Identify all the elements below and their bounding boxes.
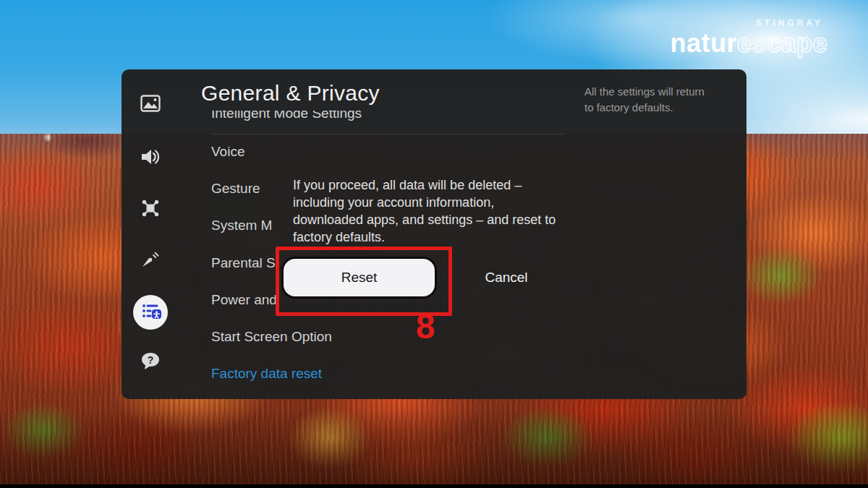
picture-icon xyxy=(140,95,161,112)
broadcasting-icon xyxy=(140,249,161,271)
menu-item-label: Power and xyxy=(211,292,277,307)
sound-icon xyxy=(140,147,161,167)
wordmark-outline: escape xyxy=(737,28,827,58)
cancel-button[interactable]: Cancel xyxy=(463,259,550,296)
menu-item-parental-settings[interactable]: Parental S xyxy=(211,255,276,271)
connection-icon xyxy=(140,198,161,218)
tv-screen: STINGRAY naturescape General & Privacy A… xyxy=(0,0,868,488)
menu-item-label: Start Screen Option xyxy=(211,329,332,344)
menu-item-start-screen-option[interactable]: Start Screen Option xyxy=(211,329,332,345)
sidebar-item-sound[interactable] xyxy=(140,147,161,167)
stingray-brand-text: STINGRAY xyxy=(670,19,823,27)
menu-item-label: Parental S xyxy=(211,255,276,270)
wordmark-solid: natur xyxy=(670,28,737,58)
hint-text: All the settings will return to factory … xyxy=(584,84,740,116)
menu-item-label: System M xyxy=(211,218,272,233)
svg-text:?: ? xyxy=(148,354,154,366)
menu-item-label: Voice xyxy=(211,144,244,159)
naturescape-wordmark: naturescape xyxy=(670,30,827,56)
menu-item-voice[interactable]: Voice xyxy=(211,144,244,160)
menu-item-gesture[interactable]: Gesture xyxy=(211,181,260,197)
page-title: General & Privacy xyxy=(201,81,380,106)
menu-item-factory-data-reset[interactable]: Factory data reset xyxy=(211,366,322,382)
menu-item-label: Gesture xyxy=(211,181,260,196)
support-icon: ? xyxy=(140,351,161,372)
sidebar-item-broadcasting[interactable] xyxy=(140,249,161,271)
menu-item-intelligent-mode[interactable]: Intelligent Mode Settings Off xyxy=(211,106,362,121)
menu-item-power[interactable]: Power and xyxy=(211,292,277,308)
menu-item-label: Factory data reset xyxy=(211,366,322,381)
reset-button[interactable]: Reset xyxy=(284,259,435,296)
general-privacy-icon xyxy=(138,299,163,326)
menu-item-value: Off xyxy=(211,106,563,121)
sidebar-item-general-privacy[interactable] xyxy=(133,295,168,330)
dialog-message: If you proceed, all data will be deleted… xyxy=(293,176,582,246)
menu-separator xyxy=(211,134,564,134)
settings-panel: General & Privacy All the settings will … xyxy=(122,69,746,399)
sidebar-item-picture[interactable] xyxy=(140,95,161,112)
annotation-step-number: 8 xyxy=(408,309,443,344)
menu-item-system-manager[interactable]: System M xyxy=(211,218,272,234)
sidebar-item-support[interactable]: ? xyxy=(140,351,161,372)
sidebar-item-connection[interactable] xyxy=(140,198,161,218)
naturescape-logo: STINGRAY naturescape xyxy=(670,19,827,56)
letterbox-bar xyxy=(0,484,868,488)
